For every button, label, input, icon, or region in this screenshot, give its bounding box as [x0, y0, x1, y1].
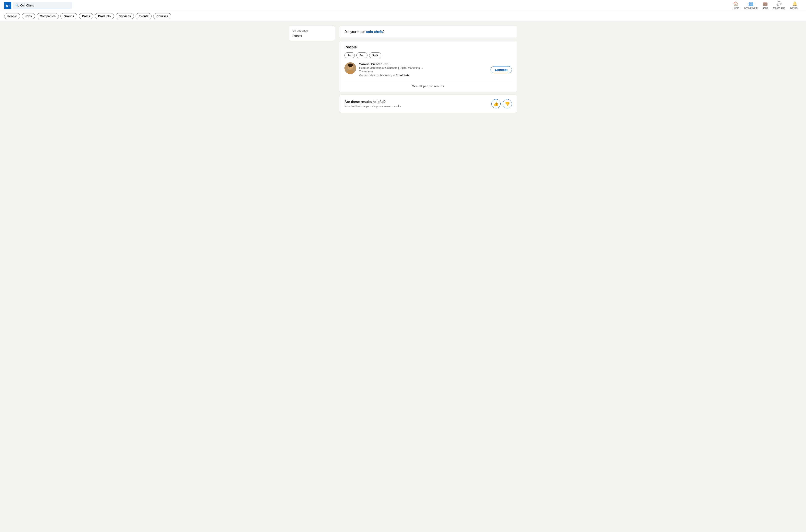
sidebar-card: On this page People: [289, 25, 335, 41]
thumbs-up-icon: 👍: [493, 101, 499, 106]
sidebar: On this page People: [289, 25, 335, 113]
person-location: Trivandrum: [359, 70, 488, 73]
did-you-mean-card: Did you mean coin chefs?: [339, 25, 517, 38]
search-icon: 🔍: [15, 4, 19, 7]
nav-label-jobs: Jobs: [763, 6, 768, 10]
nav-item-home[interactable]: 🏠 Home: [730, 0, 742, 11]
messaging-icon: 💬: [776, 1, 782, 6]
jobs-icon: 💼: [763, 1, 768, 6]
nav-item-my-network[interactable]: 👥 My Network: [742, 0, 760, 11]
filter-pill-courses[interactable]: Courses: [153, 13, 171, 19]
svg-point-5: [351, 66, 352, 67]
sidebar-on-this-page-label: On this page: [292, 29, 331, 32]
main-nav: 🏠 Home 👥 My Network 💼 Jobs 💬 Messaging 🔔…: [730, 0, 802, 11]
feedback-buttons: 👍 👎: [491, 99, 512, 109]
filter-pill-events[interactable]: Events: [135, 13, 151, 19]
did-you-mean-prefix: Did you mean: [345, 30, 366, 34]
search-bar: 🔍: [13, 2, 72, 9]
nav-label-my-network: My Network: [744, 6, 757, 10]
notifications-icon: 🔔: [792, 1, 798, 6]
degree-filter-1st[interactable]: 1st: [345, 53, 355, 58]
person-current-prefix: Current: Head of Marketing at: [359, 74, 396, 77]
nav-label-notifications: Notific...: [790, 6, 799, 10]
nav-label-messaging: Messaging: [773, 6, 785, 10]
person-current-company: CoinChefs: [396, 74, 409, 77]
linkedin-logo-icon[interactable]: in: [4, 2, 11, 9]
person-name[interactable]: Samuel Fichter: [359, 62, 382, 66]
avatar-image: [345, 62, 356, 74]
my-network-icon: 👥: [748, 1, 753, 6]
degree-filter-2nd[interactable]: 2nd: [356, 53, 368, 58]
filter-pill-posts[interactable]: Posts: [79, 13, 93, 19]
thumbs-down-button[interactable]: 👎: [503, 99, 512, 109]
person-headline: Head of Marketing at Coinchefs | Digital…: [359, 66, 488, 70]
connect-button[interactable]: Connect: [491, 66, 512, 73]
search-input[interactable]: [20, 4, 70, 7]
main-layout: On this page People Did you mean coin ch…: [285, 25, 521, 113]
svg-point-3: [348, 63, 353, 67]
filter-pill-products[interactable]: Products: [95, 13, 114, 19]
did-you-mean-suffix: ?: [383, 30, 385, 34]
filter-pill-jobs[interactable]: Jobs: [22, 13, 35, 19]
header: in 🔍 🏠 Home 👥 My Network 💼 Jobs 💬 Messag…: [0, 0, 806, 11]
filter-bar: People Jobs Companies Groups Posts Produ…: [0, 11, 806, 21]
avatar[interactable]: [345, 62, 356, 74]
filter-pill-companies[interactable]: Companies: [37, 13, 59, 19]
feedback-subtitle: Your feedback helps us improve search re…: [345, 104, 401, 108]
home-icon: 🏠: [733, 1, 738, 6]
person-current: Current: Head of Marketing at CoinChefs: [359, 74, 488, 77]
nav-item-jobs[interactable]: 💼 Jobs: [760, 0, 770, 11]
see-all-people-link[interactable]: See all people results: [412, 84, 444, 88]
did-you-mean-text: Did you mean coin chefs?: [345, 30, 512, 34]
person-info: Samuel Fichter · 3rd+ Head of Marketing …: [359, 62, 488, 77]
filter-pill-groups[interactable]: Groups: [60, 13, 77, 19]
person-degree: · 3rd+: [383, 62, 390, 65]
see-all-row: See all people results: [345, 81, 512, 88]
degree-filters: 1st 2nd 3rd+: [345, 53, 512, 58]
feedback-card: Are these results helpful? Your feedback…: [339, 95, 517, 113]
filter-pill-people[interactable]: People: [4, 13, 20, 19]
feedback-text-block: Are these results helpful? Your feedback…: [345, 100, 401, 108]
thumbs-up-button[interactable]: 👍: [491, 99, 500, 109]
filter-pill-services[interactable]: Services: [116, 13, 134, 19]
nav-label-home: Home: [733, 6, 739, 10]
thumbs-down-icon: 👎: [505, 101, 510, 106]
feedback-title: Are these results helpful?: [345, 100, 401, 104]
person-name-row: Samuel Fichter · 3rd+: [359, 62, 488, 66]
did-you-mean-suggestion[interactable]: coin chefs: [366, 30, 383, 34]
nav-item-notifications[interactable]: 🔔 Notific...: [788, 0, 802, 11]
sidebar-people-link[interactable]: People: [292, 34, 331, 37]
people-section-card: People 1st 2nd 3rd+: [339, 41, 517, 92]
people-section-title: People: [345, 45, 512, 50]
degree-filter-3rd[interactable]: 3rd+: [369, 53, 381, 58]
person-result: Samuel Fichter · 3rd+ Head of Marketing …: [345, 62, 512, 81]
svg-point-4: [349, 66, 350, 67]
content-area: Did you mean coin chefs? People 1st 2nd …: [339, 25, 517, 113]
nav-item-messaging[interactable]: 💬 Messaging: [771, 0, 788, 11]
